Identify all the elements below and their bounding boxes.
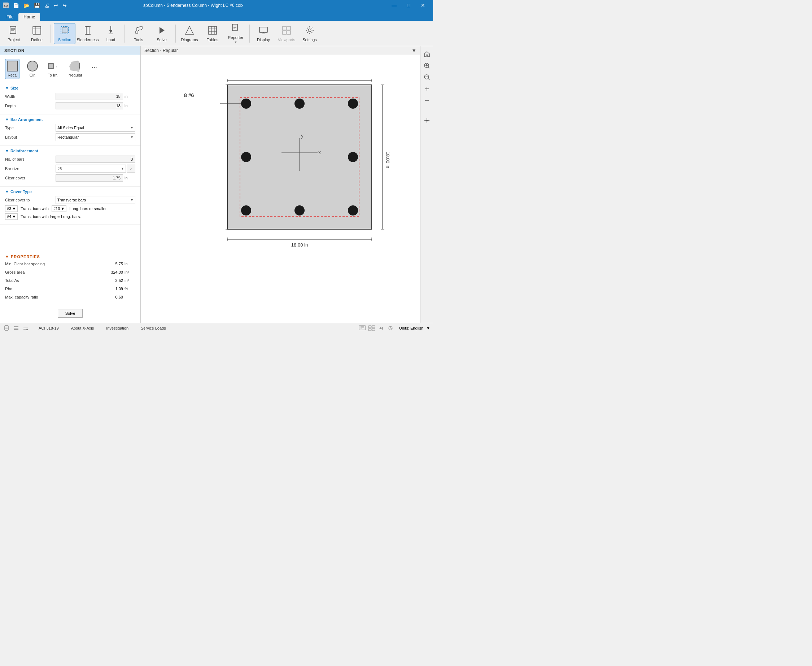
min-clear-bar-spacing-value: 5.75 <box>96 262 125 266</box>
clear-cover-value[interactable]: 1.75 <box>56 174 123 181</box>
open-icon[interactable]: 📂 <box>22 2 31 9</box>
section-type-cir[interactable]: Cir. <box>25 59 40 79</box>
status-tab-aci[interactable]: ACI 318-19 <box>33 324 65 332</box>
new-icon[interactable]: 📄 <box>12 2 21 9</box>
layout-select[interactable]: Rectangular ▼ <box>56 133 135 141</box>
properties-header[interactable]: ▼ PROPERTIES <box>5 254 135 259</box>
toolbar-diagrams-button[interactable]: Diagrams <box>179 23 200 44</box>
bar-arrangement-section: ▼ Bar Arrangement Type All Sides Equal ▼… <box>0 114 140 146</box>
maximize-button[interactable]: □ <box>401 0 416 11</box>
toolbar-tables-button[interactable]: Tables <box>202 23 223 44</box>
section-label: Section <box>58 38 71 42</box>
type-value: All Sides Equal <box>58 125 84 130</box>
type-select[interactable]: All Sides Equal ▼ <box>56 124 135 132</box>
width-unit: in <box>125 94 135 99</box>
window-title: spColumn - Slenderness Column - Wight LC… <box>143 3 243 8</box>
bar-size-next-button[interactable]: › <box>127 165 135 173</box>
home-view-button[interactable] <box>422 49 432 59</box>
undo-icon[interactable]: ↩ <box>52 2 59 9</box>
bar3-select[interactable]: #3 ▼ <box>5 205 18 212</box>
svg-point-33 <box>308 29 311 32</box>
main-layout: SECTION Rect. Cir. → To Irr. Irregular · <box>0 46 433 323</box>
solve-icon <box>156 25 167 37</box>
toolbar-section-button[interactable]: Section <box>54 23 76 44</box>
menu-tab-home[interactable]: Home <box>18 13 40 21</box>
clear-cover-to-row: Clear cover to Transverse bars ▼ <box>5 196 135 204</box>
zoom-out-button[interactable] <box>422 72 432 82</box>
bar-size-row: Bar size #6 ▼ › <box>5 165 135 173</box>
section-type-rect[interactable]: Rect. <box>5 59 20 79</box>
size10-select[interactable]: #10 ▼ <box>52 205 66 212</box>
display-icon <box>259 25 268 37</box>
num-bars-value[interactable]: 8 <box>56 156 135 163</box>
section-type-irregular[interactable]: Irregular <box>66 59 84 79</box>
toolbar-viewports-button[interactable]: Viewports <box>276 23 297 44</box>
status-tab-investigation[interactable]: Investigation <box>100 324 135 332</box>
pan-button[interactable] <box>422 115 432 125</box>
status-tab-about-x-axis[interactable]: About X-Axis <box>65 324 100 332</box>
solve-button[interactable]: Solve <box>58 309 83 318</box>
minimize-button[interactable]: — <box>387 0 401 11</box>
width-value[interactable]: 18 <box>56 93 123 100</box>
cover-type-title: Cover Type <box>10 190 32 194</box>
toolbar-slenderness-button[interactable]: Slenderness <box>77 23 99 44</box>
status-tab-service-loads[interactable]: Service Loads <box>135 324 172 332</box>
num-bars-row: No. of bars 8 <box>5 155 135 163</box>
size-section-header[interactable]: ▼ Size <box>5 86 135 90</box>
close-button[interactable]: ✕ <box>416 0 430 11</box>
window-controls[interactable]: — □ ✕ <box>387 0 430 11</box>
clear-cover-unit: in <box>125 176 135 180</box>
depth-value[interactable]: 18 <box>56 102 123 109</box>
cover-type-header[interactable]: ▼ Cover Type <box>5 190 135 194</box>
toolbar-project-button[interactable]: Project <box>3 23 25 44</box>
settings-icon <box>305 25 315 37</box>
svg-point-41 <box>241 99 251 109</box>
quick-access-icons: 📄 📂 💾 🖨 ↩ ↪ <box>12 2 68 9</box>
svg-rect-91 <box>372 326 375 328</box>
canvas-chevron-icon: ▼ <box>412 48 417 53</box>
to-irr-label: To Irr. <box>48 73 58 77</box>
slenderness-label: Slenderness <box>76 38 99 42</box>
clear-cover-to-select[interactable]: Transverse bars ▼ <box>56 196 135 204</box>
redo-icon[interactable]: ↪ <box>61 2 68 9</box>
save-icon[interactable]: 💾 <box>33 2 41 9</box>
project-label: Project <box>8 38 20 42</box>
toolbar-define-button[interactable]: Define <box>26 23 48 44</box>
toolbar-display-button[interactable]: Display <box>253 23 274 44</box>
cir-shape-icon <box>27 61 38 71</box>
status-list-icon[interactable] <box>12 324 20 332</box>
units-dropdown[interactable]: ▼ <box>426 326 430 330</box>
canvas-content[interactable]: x y 8 #6 18.00 in 18.00 in <box>141 55 420 323</box>
zoom-in-alt-button[interactable] <box>422 84 432 94</box>
title-bar: sp 📄 📂 💾 🖨 ↩ ↪ spColumn - Slenderness Co… <box>0 0 433 11</box>
size-section: ▼ Size Width 18 in Depth 18 in <box>0 83 140 114</box>
rect-shape-icon <box>7 61 18 71</box>
canvas-area: Section - Regular ▼ <box>141 46 420 323</box>
section-type-to-irr[interactable]: → To Irr. <box>46 59 60 79</box>
toolbar-load-button[interactable]: Load <box>100 23 122 44</box>
svg-point-48 <box>348 205 358 216</box>
clear-cover-to-label: Clear cover to <box>5 198 56 202</box>
more-button[interactable]: ··· <box>90 62 99 73</box>
zoom-out-alt-button[interactable] <box>422 95 432 106</box>
svg-line-67 <box>428 67 430 69</box>
status-icon-1 <box>359 325 366 331</box>
reinforcement-header[interactable]: ▼ Reinforcement <box>5 149 135 153</box>
bar4-select[interactable]: #4 ▼ <box>5 213 18 220</box>
layout-label: Layout <box>5 135 56 139</box>
svg-rect-29 <box>283 26 286 30</box>
status-sort-icon[interactable] <box>21 324 30 332</box>
cover-row2-text: Trans. bars with larger Long. bars. <box>21 214 81 219</box>
toolbar-reporter-button[interactable]: Reporter ▼ <box>225 23 247 44</box>
irregular-shape-icon <box>69 61 80 71</box>
toolbar-solve-button[interactable]: Solve <box>151 23 173 44</box>
toolbar-tools-button[interactable]: Tools <box>128 23 150 44</box>
bar-arrangement-header[interactable]: ▼ Bar Arrangement <box>5 117 135 122</box>
toolbar-settings-button[interactable]: Settings <box>299 23 321 44</box>
status-doc-icon[interactable] <box>3 324 11 332</box>
bar-size-select[interactable]: #6 ▼ <box>56 165 126 173</box>
zoom-in-button[interactable] <box>422 61 432 71</box>
menu-tab-file[interactable]: File <box>2 13 18 21</box>
clear-cover-row: Clear cover 1.75 in <box>5 174 135 182</box>
print-icon[interactable]: 🖨 <box>43 2 51 9</box>
